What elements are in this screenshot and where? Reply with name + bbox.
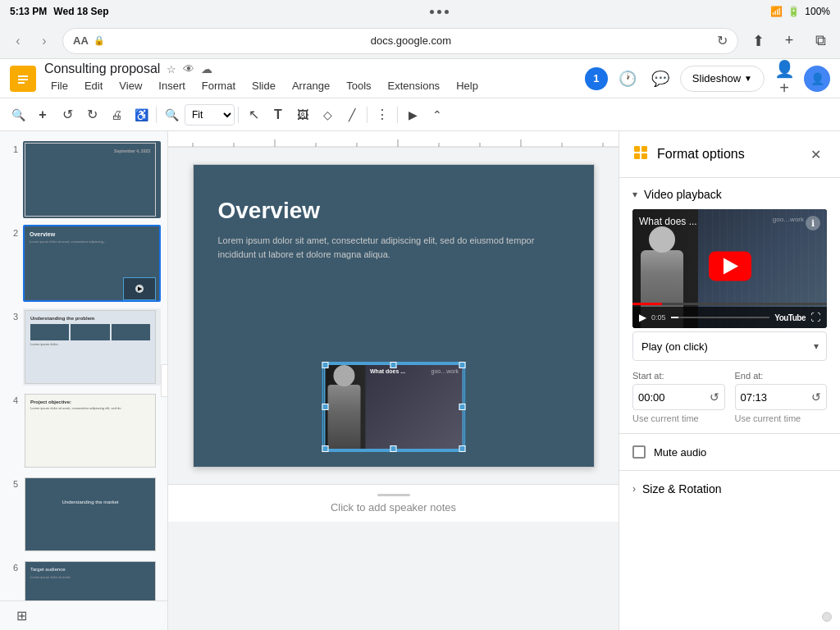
- add-tab-button[interactable]: +: [776, 28, 802, 54]
- format-close-button[interactable]: ✕: [804, 143, 827, 166]
- more-present-button[interactable]: ⌃: [426, 103, 449, 126]
- zoom-out-button[interactable]: 🔍: [7, 103, 30, 126]
- start-time-input[interactable]: [638, 391, 710, 404]
- address-bar[interactable]: AA 🔒 docs.google.com ↻: [62, 28, 738, 54]
- status-right: 📶 🔋 100%: [770, 6, 830, 17]
- menu-edit[interactable]: Edit: [78, 76, 109, 95]
- panel-drag-handle[interactable]: [820, 610, 833, 623]
- panel-toggle[interactable]: ‹: [161, 364, 168, 397]
- slide-item-5[interactable]: 5 Understanding the market: [0, 472, 167, 556]
- redo-button[interactable]: ↻: [80, 103, 103, 126]
- end-time-input-wrap[interactable]: ↺: [735, 384, 828, 410]
- handle-middle-left[interactable]: [322, 404, 328, 410]
- menu-slide[interactable]: Slide: [245, 76, 282, 95]
- share-button[interactable]: ⬆: [745, 28, 771, 54]
- print-button[interactable]: 🖨: [105, 103, 128, 126]
- end-time-reset[interactable]: ↺: [811, 390, 821, 404]
- slide-item-1[interactable]: 1 September 4, 2023: [0, 138, 167, 221]
- menu-view[interactable]: View: [112, 76, 148, 95]
- tabs-button[interactable]: ⧉: [807, 28, 833, 54]
- video-section-header[interactable]: ▾ Video playback: [632, 188, 827, 201]
- yt-play-button[interactable]: [709, 251, 751, 281]
- use-current-end[interactable]: Use current time: [735, 413, 828, 423]
- menu-insert[interactable]: Insert: [152, 76, 192, 95]
- slide-number-6: 6: [7, 559, 18, 573]
- use-current-start[interactable]: Use current time: [632, 413, 725, 423]
- accessibility-button[interactable]: ♿: [130, 103, 153, 126]
- slide-canvas-wrap: Overview Lorem ipsum dolor sit amet, con…: [168, 148, 619, 484]
- fullscreen-button[interactable]: ⛶: [810, 312, 820, 323]
- video-section-title: Video playback: [644, 188, 722, 201]
- slide-thumb-2[interactable]: Overview Lorem ipsum dolor sit amet, con…: [23, 225, 161, 302]
- slide-canvas[interactable]: Overview Lorem ipsum dolor sit amet, con…: [193, 164, 595, 468]
- handle-top-right[interactable]: [459, 362, 465, 368]
- menu-format[interactable]: Format: [195, 76, 242, 95]
- video-embed[interactable]: What does ... goo…work: [322, 362, 465, 452]
- handle-top-left[interactable]: [322, 362, 328, 368]
- history-button[interactable]: 🕐: [614, 66, 641, 92]
- more-button[interactable]: ⋮: [371, 103, 394, 126]
- app-header: Consulting proposal ☆ 👁 ☁ File Edit View…: [0, 59, 840, 98]
- slide-thumb-1[interactable]: September 4, 2023: [23, 141, 161, 218]
- menu-tools[interactable]: Tools: [340, 76, 377, 95]
- star-icon[interactable]: ☆: [167, 63, 176, 75]
- undo-button[interactable]: ↺: [56, 103, 79, 126]
- menu-file[interactable]: File: [44, 76, 75, 95]
- start-time-reset[interactable]: ↺: [710, 390, 719, 404]
- slide-number-2: 2: [7, 225, 18, 238]
- gwork-badge: goo…work: [773, 216, 804, 223]
- canvas-area: Overview Lorem ipsum dolor sit amet, con…: [168, 131, 619, 630]
- back-button[interactable]: ‹: [7, 30, 30, 52]
- handle-middle-right[interactable]: [459, 404, 465, 410]
- yt-play-center[interactable]: [709, 251, 751, 281]
- play-mode-select[interactable]: Play (on click) Play (automatically) Pla…: [632, 331, 827, 361]
- handle-top-middle[interactable]: [390, 362, 397, 368]
- handle-bottom-middle[interactable]: [390, 445, 397, 452]
- slide-thumb-4[interactable]: Project objective: Lorem ipsum dolor sit…: [23, 392, 161, 469]
- speaker-notes[interactable]: Click to add speaker notes: [168, 484, 619, 522]
- mute-checkbox[interactable]: [632, 445, 646, 459]
- playback-select-wrap: Play (on click) Play (automatically) Pla…: [632, 331, 827, 361]
- text-button[interactable]: T: [267, 103, 290, 126]
- select-button[interactable]: ↖: [242, 103, 265, 126]
- slide-thumb-5[interactable]: Understanding the market: [23, 476, 161, 553]
- yt-play-ctrl[interactable]: ▶: [639, 312, 646, 323]
- slide-item-3[interactable]: 3 Understanding the problem Lorem ipsum …: [0, 305, 167, 389]
- avatar: 👤: [804, 66, 830, 92]
- line-button[interactable]: ╱: [340, 103, 363, 126]
- handle-bottom-left[interactable]: [322, 445, 328, 452]
- format-panel-header: Format options ✕: [619, 131, 840, 178]
- menu-arrange[interactable]: Arrange: [285, 76, 336, 95]
- video-preview[interactable]: What does ... ℹ goo…work: [632, 209, 827, 328]
- zoom-select[interactable]: Fit 50% 75% 100% 150%: [185, 104, 235, 126]
- add-button[interactable]: +: [31, 103, 54, 126]
- zoom-button[interactable]: 🔍: [160, 103, 183, 126]
- handle-bottom-right[interactable]: [459, 445, 465, 452]
- info-button[interactable]: ℹ: [806, 216, 820, 231]
- grid-view-button[interactable]: ⊞: [10, 605, 33, 628]
- add-people-button[interactable]: 👤+: [771, 66, 797, 92]
- history-icon[interactable]: 👁: [183, 62, 194, 75]
- end-time-input[interactable]: [741, 391, 812, 404]
- slideshow-button[interactable]: Slideshow ▼: [680, 66, 765, 92]
- refresh-button[interactable]: ↻: [717, 33, 728, 48]
- forward-button[interactable]: ›: [33, 30, 56, 52]
- cloud-icon[interactable]: ☁: [201, 62, 212, 75]
- yt-seekbar[interactable]: [671, 317, 770, 318]
- slide-thumb-3[interactable]: Understanding the problem Lorem ipsum do…: [23, 308, 161, 386]
- end-time-label: End at:: [735, 371, 828, 381]
- slide-item-4[interactable]: 4 Project objective: Lorem ipsum dolor s…: [0, 389, 167, 472]
- menu-extensions[interactable]: Extensions: [381, 76, 447, 95]
- comment-button[interactable]: 💬: [647, 66, 673, 92]
- collab-count: 1: [585, 67, 608, 90]
- size-rotation-section[interactable]: › Size & Rotation: [619, 471, 840, 507]
- video-timestamp: 0:05: [651, 313, 666, 322]
- notes-text[interactable]: Click to add speaker notes: [331, 501, 456, 514]
- slides-panel: 1 September 4, 2023 2 Overview Lorem ips…: [0, 131, 168, 630]
- menu-help[interactable]: Help: [450, 76, 485, 95]
- start-time-input-wrap[interactable]: ↺: [632, 384, 725, 410]
- shape-button[interactable]: ◇: [316, 103, 339, 126]
- image-button[interactable]: 🖼: [291, 103, 314, 126]
- present-button[interactable]: ▶: [401, 103, 424, 126]
- slide-item-2[interactable]: 2 Overview Lorem ipsum dolor sit amet, c…: [0, 221, 167, 305]
